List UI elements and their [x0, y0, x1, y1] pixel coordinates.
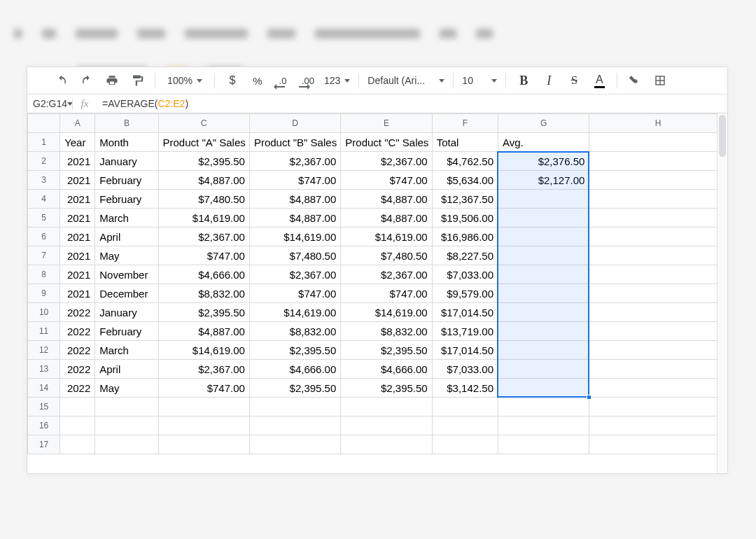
cell-G2[interactable]: $2,376.50: [498, 152, 589, 171]
row-header-14[interactable]: 14: [28, 379, 60, 398]
cell-B17[interactable]: [95, 435, 158, 454]
cell-C10[interactable]: $2,395.50: [158, 303, 249, 322]
cell-C8[interactable]: $4,666.00: [158, 265, 249, 284]
select-all-corner[interactable]: [28, 114, 60, 133]
cell-E11[interactable]: $8,832.00: [341, 322, 432, 341]
row-header-8[interactable]: 8: [28, 265, 60, 284]
cell-G3[interactable]: $2,127.00: [498, 171, 589, 190]
zoom-dropdown[interactable]: 100%: [161, 71, 209, 90]
cell-D17[interactable]: [249, 435, 340, 454]
cell-F3[interactable]: $5,634.00: [432, 171, 498, 190]
row-header-12[interactable]: 12: [28, 341, 60, 360]
redo-button[interactable]: [75, 71, 99, 90]
cell-D14[interactable]: $2,395.50: [249, 379, 340, 398]
cell-E2[interactable]: $2,367.00: [341, 152, 432, 171]
cell-E9[interactable]: $747.00: [341, 284, 432, 303]
cell-A10[interactable]: 2022: [60, 303, 95, 322]
cell-H9[interactable]: [589, 284, 727, 303]
cell-F6[interactable]: $16,986.00: [432, 227, 498, 246]
cell-G13[interactable]: [498, 360, 589, 379]
cell-H6[interactable]: [589, 227, 727, 246]
cell-F14[interactable]: $3,142.50: [432, 379, 498, 398]
bold-button[interactable]: B: [512, 71, 536, 90]
cell-H17[interactable]: [589, 435, 727, 454]
cell-G4[interactable]: [498, 190, 589, 209]
cell-C6[interactable]: $2,367.00: [158, 227, 249, 246]
italic-button[interactable]: I: [537, 71, 561, 90]
row-header-15[interactable]: 15: [28, 398, 60, 416]
more-formats-dropdown[interactable]: 123: [321, 71, 353, 90]
cell-F8[interactable]: $7,033.00: [432, 265, 498, 284]
cell-H16[interactable]: [589, 416, 727, 435]
cell-D15[interactable]: [249, 398, 340, 416]
cell-C15[interactable]: [158, 398, 249, 416]
cell-E7[interactable]: $7,480.50: [341, 246, 432, 265]
cell-B12[interactable]: March: [95, 341, 158, 360]
cell-F16[interactable]: [432, 416, 498, 435]
col-header-A[interactable]: A: [60, 114, 95, 133]
cell-G8[interactable]: [498, 265, 589, 284]
cell-A11[interactable]: 2022: [60, 322, 95, 341]
cell-B10[interactable]: January: [95, 303, 158, 322]
cell-A15[interactable]: [60, 398, 95, 416]
cell-H12[interactable]: [589, 341, 727, 360]
cell-E15[interactable]: [341, 398, 432, 416]
row-header-4[interactable]: 4: [28, 190, 60, 209]
cell-C5[interactable]: $14,619.00: [158, 209, 249, 227]
cell-E12[interactable]: $2,395.50: [341, 341, 432, 360]
cell-E6[interactable]: $14,619.00: [341, 227, 432, 246]
cell-A1[interactable]: Year: [60, 133, 95, 152]
cell-C17[interactable]: [158, 435, 249, 454]
row-header-13[interactable]: 13: [28, 360, 60, 379]
cell-F12[interactable]: $17,014.50: [432, 341, 498, 360]
cell-D8[interactable]: $2,367.00: [249, 265, 340, 284]
strikethrough-button[interactable]: S: [562, 71, 586, 90]
cell-E14[interactable]: $2,395.50: [341, 379, 432, 398]
cell-F2[interactable]: $4,762.50: [432, 152, 498, 171]
cell-D11[interactable]: $8,832.00: [249, 322, 340, 341]
font-size-dropdown[interactable]: 10: [459, 71, 500, 90]
cell-C14[interactable]: $747.00: [158, 379, 249, 398]
cell-D16[interactable]: [249, 416, 340, 435]
cell-H4[interactable]: [589, 190, 727, 209]
cell-C12[interactable]: $14,619.00: [158, 341, 249, 360]
cell-D9[interactable]: $747.00: [249, 284, 340, 303]
cell-B14[interactable]: May: [95, 379, 158, 398]
cell-C3[interactable]: $4,887.00: [158, 171, 249, 190]
cell-B5[interactable]: March: [95, 209, 158, 227]
cell-G16[interactable]: [498, 416, 589, 435]
cell-A5[interactable]: 2021: [60, 209, 95, 227]
cell-E16[interactable]: [341, 416, 432, 435]
col-header-D[interactable]: D: [249, 114, 340, 133]
cell-A14[interactable]: 2022: [60, 379, 95, 398]
font-family-dropdown[interactable]: Default (Ari...: [365, 71, 447, 90]
cell-H10[interactable]: [589, 303, 727, 322]
formula-input[interactable]: =AVERAGE(C2:E2): [97, 98, 188, 109]
col-header-C[interactable]: C: [158, 114, 249, 133]
cell-H11[interactable]: [589, 322, 727, 341]
cell-C13[interactable]: $2,367.00: [158, 360, 249, 379]
cell-C16[interactable]: [158, 416, 249, 435]
cell-A6[interactable]: 2021: [60, 227, 95, 246]
row-header-7[interactable]: 7: [28, 246, 60, 265]
cell-H3[interactable]: [589, 171, 727, 190]
cell-G5[interactable]: [498, 209, 589, 227]
vertical-scrollbar[interactable]: [717, 113, 727, 473]
row-header-9[interactable]: 9: [28, 284, 60, 303]
cell-E17[interactable]: [341, 435, 432, 454]
cell-H2[interactable]: [589, 152, 727, 171]
paint-format-button[interactable]: [125, 71, 149, 90]
cell-G17[interactable]: [498, 435, 589, 454]
cell-G14[interactable]: [498, 379, 589, 398]
format-currency-button[interactable]: $: [220, 71, 244, 90]
cell-D3[interactable]: $747.00: [249, 171, 340, 190]
cell-G11[interactable]: [498, 322, 589, 341]
cell-H7[interactable]: [589, 246, 727, 265]
cell-F10[interactable]: $17,014.50: [432, 303, 498, 322]
cell-D12[interactable]: $2,395.50: [249, 341, 340, 360]
print-button[interactable]: [100, 71, 124, 90]
cell-H8[interactable]: [589, 265, 727, 284]
cell-A13[interactable]: 2022: [60, 360, 95, 379]
cell-G9[interactable]: [498, 284, 589, 303]
cell-A4[interactable]: 2021: [60, 190, 95, 209]
